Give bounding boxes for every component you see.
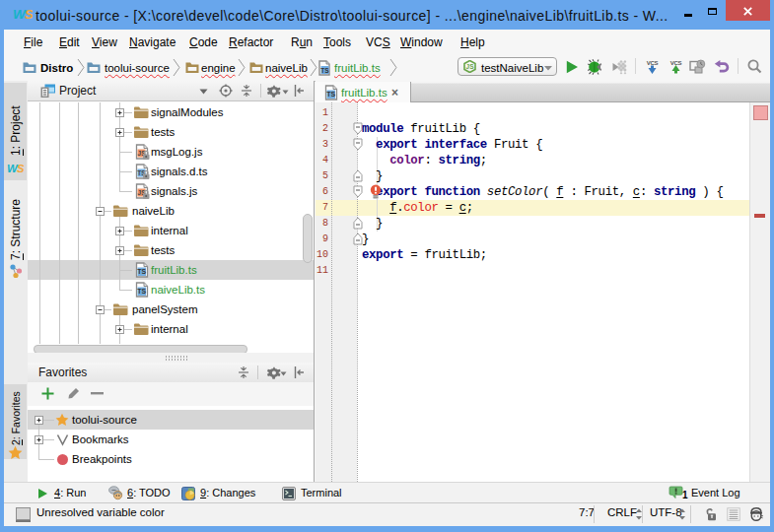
svg-text:JS: JS [466,63,475,70]
svg-text:VCS: VCS [670,60,682,66]
svg-text:VCS: VCS [647,60,659,66]
svg-text:S: S [17,163,25,174]
svg-text:TS: TS [320,67,329,74]
svg-text:S: S [25,7,33,22]
